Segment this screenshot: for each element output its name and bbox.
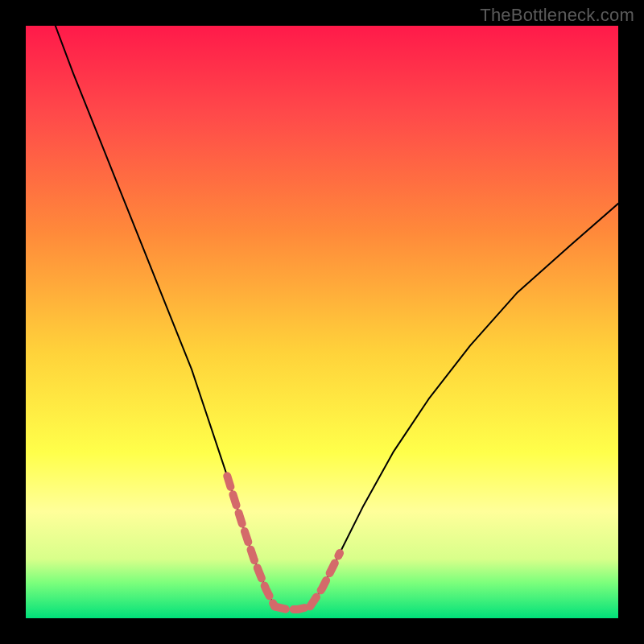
watermark: TheBottleneck.com xyxy=(480,5,634,26)
chart-svg xyxy=(26,26,618,618)
series-highlight-bottom xyxy=(275,606,310,609)
chart-background xyxy=(26,26,618,618)
chart-plot-area xyxy=(26,26,618,618)
